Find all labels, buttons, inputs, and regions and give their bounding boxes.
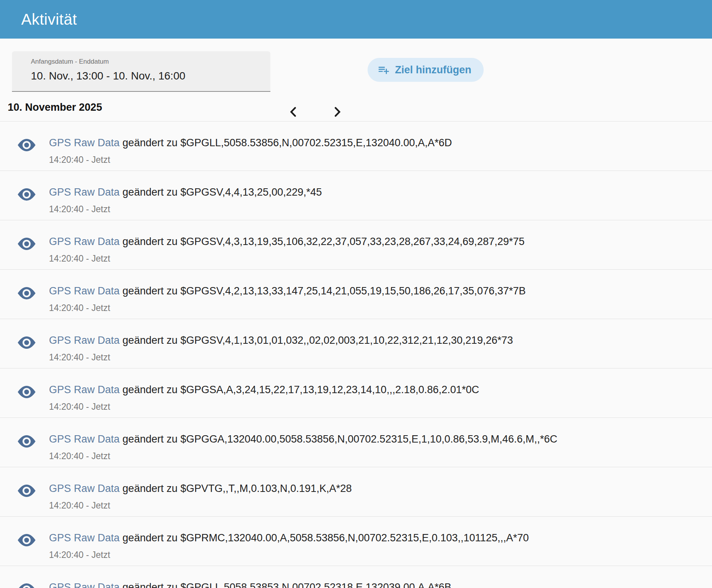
item-action-text: geändert zu <box>123 285 178 297</box>
eye-visibility-icon <box>17 385 36 399</box>
item-value-text: $GPGLL,5058.53856,N,00702.52315,E,132040… <box>181 137 452 149</box>
activity-row-main: GPS Raw Data geändert zu $GPGSV,4,3,13,1… <box>49 236 712 248</box>
eye-visibility-icon <box>17 533 36 547</box>
activity-row: GPS Raw Data geändert zu $GPGLL,5058.538… <box>0 122 712 171</box>
add-target-button[interactable]: Ziel hinzufügen <box>368 58 484 82</box>
date-heading: 10. November 2025 <box>8 101 712 114</box>
next-period-button[interactable] <box>328 103 346 121</box>
activity-row: GPS Raw Data geändert zu $GPGSA,A,3,24,1… <box>0 368 712 418</box>
activity-row-main: GPS Raw Data geändert zu $GPRMC,132040.0… <box>49 532 712 544</box>
eye-visibility-icon <box>17 335 36 350</box>
activity-row-text: GPS Raw Data geändert zu $GPGLL,5058.538… <box>49 581 712 588</box>
item-action-text: geändert zu <box>123 433 178 445</box>
item-source-link[interactable]: GPS Raw Data <box>49 137 120 149</box>
activity-row-text: GPS Raw Data geändert zu $GPGSV,4,1,13,0… <box>49 335 712 363</box>
playlist-add-icon <box>378 64 390 76</box>
app-header: Aktivität <box>0 0 712 39</box>
item-action-text: geändert zu <box>123 335 178 346</box>
activity-row-text: GPS Raw Data geändert zu $GPGGA,132040.0… <box>49 433 712 461</box>
item-value-text: $GPGGA,132040.00,5058.53856,N,00702.5231… <box>181 433 557 445</box>
activity-row: GPS Raw Data geändert zu $GPGSV,4,2,13,1… <box>0 270 712 319</box>
item-value-text: $GPGSV,4,2,13,13,33,147,25,14,21,055,19,… <box>181 285 526 297</box>
activity-row-text: GPS Raw Data geändert zu $GPVTG,,T,,M,0.… <box>49 483 712 511</box>
activity-row-main: GPS Raw Data geändert zu $GPGSV,4,4,13,2… <box>49 186 712 198</box>
activity-list: GPS Raw Data geändert zu $GPGLL,5058.538… <box>0 121 712 588</box>
activity-row: GPS Raw Data geändert zu $GPVTG,,T,,M,0.… <box>0 467 712 517</box>
eye-visibility-icon <box>17 582 36 588</box>
item-source-link[interactable]: GPS Raw Data <box>49 186 120 198</box>
item-timestamp: 14:20:40 - Jetzt <box>49 204 712 215</box>
item-source-link[interactable]: GPS Raw Data <box>49 581 120 588</box>
item-action-text: geändert zu <box>123 384 178 395</box>
item-value-text: $GPGLL,5058.53853,N,00702.52318,E,132039… <box>181 581 452 588</box>
item-action-text: geändert zu <box>123 137 178 149</box>
activity-row-main: GPS Raw Data geändert zu $GPGSV,4,2,13,1… <box>49 285 712 297</box>
item-source-link[interactable]: GPS Raw Data <box>49 236 120 247</box>
item-value-text: $GPGSV,4,4,13,25,00,229,*45 <box>181 186 322 198</box>
eye-visibility-icon <box>17 286 36 301</box>
item-timestamp: 14:20:40 - Jetzt <box>49 352 712 363</box>
item-timestamp: 14:20:40 - Jetzt <box>49 500 712 511</box>
activity-row: GPS Raw Data geändert zu $GPGSV,4,3,13,1… <box>0 220 712 270</box>
item-timestamp: 14:20:40 - Jetzt <box>49 303 712 313</box>
activity-row-text: GPS Raw Data geändert zu $GPGSV,4,2,13,1… <box>49 285 712 313</box>
eye-visibility-icon <box>17 237 36 251</box>
item-action-text: geändert zu <box>123 581 178 588</box>
item-source-link[interactable]: GPS Raw Data <box>49 433 120 445</box>
activity-row: GPS Raw Data geändert zu $GPGGA,132040.0… <box>0 418 712 467</box>
item-source-link[interactable]: GPS Raw Data <box>49 532 120 544</box>
date-range-field[interactable]: Anfangsdatum - Enddatum 10. Nov., 13:00 … <box>12 51 270 92</box>
item-value-text: $GPGSV,4,1,13,01,01,032,,02,02,003,21,10… <box>181 335 513 346</box>
activity-row-main: GPS Raw Data geändert zu $GPGSV,4,1,13,0… <box>49 335 712 346</box>
activity-row-main: GPS Raw Data geändert zu $GPGLL,5058.538… <box>49 581 712 588</box>
activity-row-text: GPS Raw Data geändert zu $GPGSA,A,3,24,1… <box>49 384 712 412</box>
eye-visibility-icon <box>17 483 36 498</box>
activity-row-text: GPS Raw Data geändert zu $GPRMC,132040.0… <box>49 532 712 560</box>
eye-visibility-icon <box>17 138 36 152</box>
date-range-label: Anfangsdatum - Enddatum <box>31 58 270 66</box>
chevron-left-icon <box>287 105 300 119</box>
activity-row-main: GPS Raw Data geändert zu $GPGGA,132040.0… <box>49 433 712 445</box>
item-action-text: geändert zu <box>123 186 178 198</box>
activity-row-text: GPS Raw Data geändert zu $GPGLL,5058.538… <box>49 137 712 165</box>
eye-visibility-icon <box>17 187 36 202</box>
activity-row: GPS Raw Data geändert zu $GPGSV,4,1,13,0… <box>0 319 712 368</box>
page-title: Aktivität <box>21 11 77 28</box>
activity-row-main: GPS Raw Data geändert zu $GPVTG,,T,,M,0.… <box>49 483 712 495</box>
activity-row-main: GPS Raw Data geändert zu $GPGLL,5058.538… <box>49 137 712 149</box>
item-source-link[interactable]: GPS Raw Data <box>49 335 120 346</box>
date-range-value: 10. Nov., 13:00 - 10. Nov., 16:00 <box>31 70 270 82</box>
item-timestamp: 14:20:40 - Jetzt <box>49 402 712 412</box>
activity-row-main: GPS Raw Data geändert zu $GPGSA,A,3,24,1… <box>49 384 712 396</box>
item-source-link[interactable]: GPS Raw Data <box>49 483 120 494</box>
item-action-text: geändert zu <box>123 532 178 544</box>
chevron-right-icon <box>330 105 344 119</box>
eye-visibility-icon <box>17 434 36 449</box>
item-value-text: $GPRMC,132040.00,A,5058.53856,N,00702.52… <box>181 532 529 544</box>
item-value-text: $GPGSV,4,3,13,19,35,106,32,22,37,057,33,… <box>181 236 525 247</box>
activity-row: GPS Raw Data geändert zu $GPRMC,132040.0… <box>0 517 712 566</box>
item-source-link[interactable]: GPS Raw Data <box>49 384 120 395</box>
activity-row-text: GPS Raw Data geändert zu $GPGSV,4,3,13,1… <box>49 236 712 264</box>
item-action-text: geändert zu <box>123 483 178 494</box>
item-timestamp: 14:20:40 - Jetzt <box>49 550 712 560</box>
item-timestamp: 14:20:40 - Jetzt <box>49 253 712 264</box>
activity-row-text: GPS Raw Data geändert zu $GPGSV,4,4,13,2… <box>49 186 712 215</box>
item-timestamp: 14:20:40 - Jetzt <box>49 451 712 461</box>
item-timestamp: 14:20:40 - Jetzt <box>49 155 712 165</box>
item-value-text: $GPGSA,A,3,24,15,22,17,13,19,12,23,14,10… <box>181 384 479 395</box>
previous-period-button[interactable] <box>284 103 303 121</box>
item-action-text: geändert zu <box>123 236 178 247</box>
activity-row: GPS Raw Data geändert zu $GPGSV,4,4,13,2… <box>0 171 712 220</box>
add-target-label: Ziel hinzufügen <box>395 64 471 76</box>
activity-row: GPS Raw Data geändert zu $GPGLL,5058.538… <box>0 566 712 588</box>
item-value-text: $GPVTG,,T,,M,0.103,N,0.191,K,A*28 <box>181 483 352 494</box>
toolbar: Anfangsdatum - Enddatum 10. Nov., 13:00 … <box>0 39 712 96</box>
item-source-link[interactable]: GPS Raw Data <box>49 285 120 297</box>
